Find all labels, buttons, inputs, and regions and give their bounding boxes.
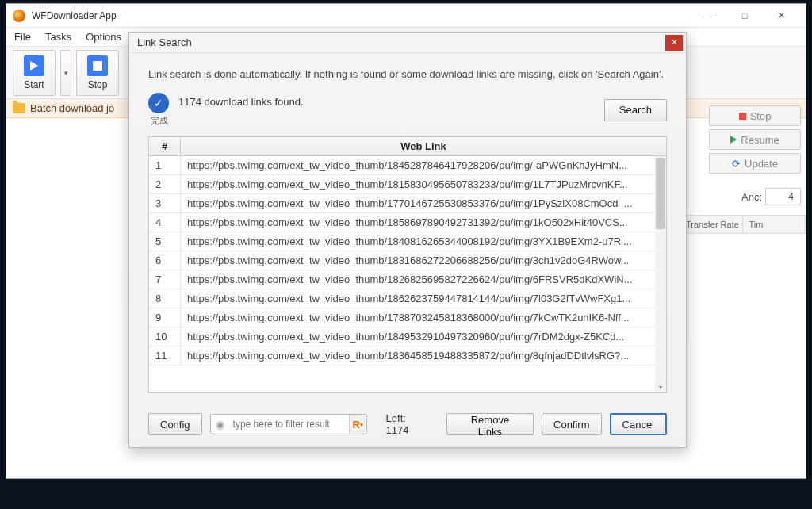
dialog-footer: Config ◉ R• Left: 1174 Remove Links Conf… — [129, 404, 686, 447]
dialog-info-text: Link search is done automatically. If no… — [148, 67, 667, 82]
cell-number: 9 — [149, 308, 181, 327]
table-row[interactable]: 7https://pbs.twimg.com/ext_tw_video_thum… — [149, 270, 666, 289]
col-time[interactable]: Tim — [743, 216, 806, 233]
side-resume-label: Resume — [741, 134, 779, 146]
transfer-grid-body — [679, 234, 806, 478]
table-body: 1https://pbs.twimg.com/ext_tw_video_thum… — [149, 156, 666, 392]
cell-number: 2 — [149, 175, 181, 193]
side-stop-button[interactable]: Stop — [709, 105, 801, 126]
side-update-button[interactable]: ⟳ Update — [709, 153, 801, 174]
config-button[interactable]: Config — [148, 413, 202, 435]
cell-number: 3 — [149, 194, 181, 212]
cell-link: https://pbs.twimg.com/ext_tw_video_thumb… — [181, 232, 666, 251]
titlebar: WFDownloader App ― □ ✕ — [6, 4, 806, 28]
play-icon — [24, 55, 44, 76]
minimize-button[interactable]: ― — [690, 5, 726, 27]
cell-link: https://pbs.twimg.com/ext_tw_video_thumb… — [181, 156, 666, 174]
col-transfer-rate[interactable]: Transfer Rate — [680, 216, 743, 233]
cell-number: 11 — [149, 346, 181, 365]
anc-row: Anc: 4 — [709, 188, 801, 205]
menu-file[interactable]: File — [14, 31, 31, 43]
dialog-title: Link Search — [137, 36, 192, 48]
cell-link: https://pbs.twimg.com/ext_tw_video_thumb… — [181, 251, 666, 270]
found-text: 1174 download links found. — [178, 96, 304, 108]
col-number[interactable]: # — [149, 137, 181, 155]
table-row[interactable]: 9https://pbs.twimg.com/ext_tw_video_thum… — [149, 308, 666, 327]
cell-link: https://pbs.twimg.com/ext_tw_video_thumb… — [181, 346, 666, 365]
dialog-close-button[interactable]: ✕ — [665, 35, 683, 51]
search-button[interactable]: Search — [604, 99, 667, 121]
window-controls: ― □ ✕ — [690, 5, 799, 27]
scrollbar-track[interactable]: ▲ ▼ — [655, 156, 666, 392]
play-icon — [730, 136, 737, 144]
cell-number: 10 — [149, 327, 181, 346]
cell-link: https://pbs.twimg.com/ext_tw_video_thumb… — [181, 327, 666, 346]
filter-field: ◉ R• — [210, 414, 367, 434]
regex-toggle-icon[interactable]: R• — [349, 415, 366, 434]
dialog-body: Link search is done automatically. If no… — [129, 53, 686, 404]
status-block: ✓ 完成 — [148, 93, 178, 127]
table-row[interactable]: 3https://pbs.twimg.com/ext_tw_video_thum… — [149, 194, 666, 213]
transfer-grid-header: Transfer Rate Tim — [679, 215, 806, 234]
table-row[interactable]: 8https://pbs.twimg.com/ext_tw_video_thum… — [149, 289, 666, 308]
cell-link: https://pbs.twimg.com/ext_tw_video_thumb… — [181, 308, 666, 327]
anc-field[interactable]: 4 — [765, 188, 801, 205]
remove-links-button[interactable]: Remove Links — [446, 413, 534, 435]
cell-link: https://pbs.twimg.com/ext_tw_video_thumb… — [181, 175, 666, 193]
table-row[interactable]: 2https://pbs.twimg.com/ext_tw_video_thum… — [149, 175, 666, 194]
status-sub-label: 完成 — [151, 115, 178, 127]
left-count: Left: 1174 — [386, 412, 431, 436]
cell-number: 6 — [149, 251, 181, 270]
cell-number: 7 — [149, 270, 181, 289]
cell-number: 4 — [149, 213, 181, 232]
cell-link: https://pbs.twimg.com/ext_tw_video_thumb… — [181, 194, 666, 212]
status-row: ✓ 完成 1174 download links found. Search — [148, 93, 667, 127]
job-row-label: Batch download jo — [30, 102, 114, 114]
link-search-dialog: Link Search ✕ Link search is done automa… — [128, 32, 687, 448]
cell-number: 1 — [149, 156, 181, 174]
stop-button[interactable]: Stop — [76, 50, 119, 96]
col-weblink[interactable]: Web Link — [181, 137, 666, 155]
cancel-button[interactable]: Cancel — [610, 413, 667, 435]
side-stop-label: Stop — [750, 110, 772, 122]
table-row[interactable]: 11https://pbs.twimg.com/ext_tw_video_thu… — [149, 346, 666, 365]
links-table: # Web Link 1https://pbs.twimg.com/ext_tw… — [148, 136, 667, 393]
right-panel: Stop Resume ⟳ Update Anc: 4 — [709, 105, 801, 205]
side-update-label: Update — [745, 158, 778, 170]
folder-icon — [13, 103, 25, 113]
cell-link: https://pbs.twimg.com/ext_tw_video_thumb… — [181, 289, 666, 308]
cell-number: 5 — [149, 232, 181, 251]
anc-label: Anc: — [741, 191, 762, 203]
cell-link: https://pbs.twimg.com/ext_tw_video_thumb… — [181, 270, 666, 289]
stop-label: Stop — [88, 79, 108, 90]
globe-icon: ◉ — [211, 419, 230, 431]
stop-icon — [87, 55, 108, 76]
cell-link: https://pbs.twimg.com/ext_tw_video_thumb… — [181, 213, 666, 232]
filter-input[interactable] — [230, 419, 349, 430]
start-split-button[interactable]: ▾ — [60, 50, 71, 96]
app-icon — [13, 10, 25, 22]
side-resume-button[interactable]: Resume — [709, 129, 801, 150]
stop-icon — [739, 113, 746, 120]
menu-options[interactable]: Options — [86, 31, 121, 43]
table-header: # Web Link — [149, 137, 666, 156]
menu-tasks[interactable]: Tasks — [45, 31, 71, 43]
start-button[interactable]: Start — [13, 50, 56, 96]
confirm-button[interactable]: Confirm — [542, 413, 602, 435]
table-row[interactable]: 6https://pbs.twimg.com/ext_tw_video_thum… — [149, 251, 666, 270]
scroll-down-icon[interactable]: ▼ — [655, 381, 666, 392]
refresh-icon: ⟳ — [732, 158, 741, 170]
check-icon: ✓ — [148, 93, 169, 113]
table-row[interactable]: 4https://pbs.twimg.com/ext_tw_video_thum… — [149, 213, 666, 232]
cell-number: 8 — [149, 289, 181, 308]
scrollbar-thumb[interactable] — [656, 158, 665, 229]
dialog-titlebar: Link Search ✕ — [129, 33, 686, 53]
close-button[interactable]: ✕ — [763, 5, 799, 27]
start-label: Start — [24, 79, 44, 90]
table-row[interactable]: 10https://pbs.twimg.com/ext_tw_video_thu… — [149, 327, 666, 346]
window-title: WFDownloader App — [32, 10, 690, 21]
maximize-button[interactable]: □ — [726, 5, 763, 27]
table-row[interactable]: 1https://pbs.twimg.com/ext_tw_video_thum… — [149, 156, 666, 175]
table-row[interactable]: 5https://pbs.twimg.com/ext_tw_video_thum… — [149, 232, 666, 251]
